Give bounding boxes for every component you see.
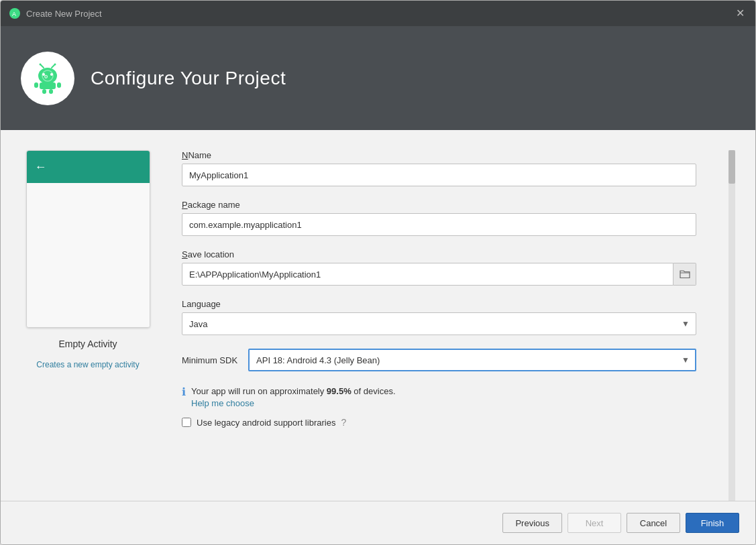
android-studio-logo-icon: ⚙ bbox=[30, 61, 65, 96]
back-arrow-icon: ← bbox=[35, 160, 47, 174]
svg-rect-11 bbox=[57, 82, 61, 88]
package-name-label: Package name bbox=[182, 200, 696, 210]
activity-description: Creates a new empty activity bbox=[36, 360, 139, 369]
svg-text:A: A bbox=[12, 11, 16, 17]
phone-body bbox=[27, 183, 150, 327]
help-me-choose-link[interactable]: Help me choose bbox=[191, 398, 254, 408]
svg-point-8 bbox=[54, 63, 56, 65]
svg-line-5 bbox=[41, 65, 44, 68]
scrollbar-area bbox=[728, 150, 735, 501]
language-select[interactable]: Java Kotlin bbox=[182, 312, 696, 335]
min-sdk-label: Minimum SDK bbox=[182, 355, 237, 365]
name-label: NName bbox=[182, 150, 696, 160]
legacy-checkbox[interactable] bbox=[182, 418, 191, 427]
package-name-input[interactable] bbox=[182, 213, 696, 236]
create-project-dialog: A Create New Project ✕ bbox=[0, 0, 756, 545]
next-button[interactable]: Next bbox=[568, 513, 621, 533]
name-group: NName bbox=[182, 150, 696, 186]
browse-folder-button[interactable] bbox=[673, 263, 696, 286]
main-content: ← Empty Activity Creates a new empty act… bbox=[1, 130, 755, 501]
phone-preview: ← bbox=[26, 150, 150, 328]
svg-point-6 bbox=[40, 63, 42, 65]
svg-line-7 bbox=[52, 65, 54, 68]
min-sdk-row: Minimum SDK API 16: Android 4.1 (Jelly B… bbox=[182, 349, 696, 371]
folder-icon bbox=[680, 269, 690, 279]
svg-rect-12 bbox=[42, 89, 46, 94]
svg-rect-13 bbox=[49, 89, 53, 94]
title-bar: A Create New Project ✕ bbox=[1, 1, 755, 26]
svg-rect-10 bbox=[34, 82, 38, 88]
footer: Previous Next Cancel Finish bbox=[1, 501, 755, 544]
svg-text:⚙: ⚙ bbox=[44, 73, 48, 80]
legacy-checkbox-row: Use legacy android support libraries ? bbox=[182, 417, 696, 428]
legacy-help-icon[interactable]: ? bbox=[341, 417, 346, 428]
info-box: ℹ Your app will run on approximately 99.… bbox=[182, 385, 696, 409]
save-location-group: Save location bbox=[182, 249, 696, 286]
save-location-input[interactable] bbox=[182, 263, 673, 286]
language-group: Language Java Kotlin ▼ bbox=[182, 299, 696, 335]
title-bar-left: A Create New Project bbox=[9, 7, 102, 19]
info-content: Your app will run on approximately 99.5%… bbox=[191, 385, 396, 409]
min-sdk-select[interactable]: API 16: Android 4.1 (Jelly Bean) API 17:… bbox=[248, 349, 696, 371]
dialog-title: Create New Project bbox=[26, 9, 102, 19]
save-location-label: Save location bbox=[182, 249, 696, 259]
save-location-input-wrapper bbox=[182, 263, 696, 286]
scrollbar-track[interactable] bbox=[728, 150, 735, 501]
finish-button[interactable]: Finish bbox=[686, 513, 739, 533]
android-studio-titlebar-icon: A bbox=[9, 7, 21, 19]
activity-name-label: Empty Activity bbox=[58, 339, 117, 349]
language-label: Language bbox=[182, 299, 696, 309]
close-button[interactable]: ✕ bbox=[733, 7, 747, 20]
scrollbar-thumb[interactable] bbox=[728, 150, 735, 184]
info-text: Your app will run on approximately 99.5%… bbox=[191, 386, 396, 396]
package-name-group: Package name bbox=[182, 200, 696, 236]
form-panel: NName Package name Save location bbox=[182, 150, 702, 501]
cancel-button[interactable]: Cancel bbox=[627, 513, 680, 533]
phone-top-bar: ← bbox=[27, 151, 150, 183]
language-select-wrapper: Java Kotlin ▼ bbox=[182, 312, 696, 335]
legacy-label: Use legacy android support libraries bbox=[197, 418, 335, 428]
name-input[interactable] bbox=[182, 164, 696, 186]
info-icon: ℹ bbox=[182, 385, 186, 398]
svg-rect-9 bbox=[40, 82, 56, 89]
left-panel: ← Empty Activity Creates a new empty act… bbox=[21, 150, 155, 501]
previous-button[interactable]: Previous bbox=[502, 513, 562, 533]
header-banner: ⚙ Configure Your Project bbox=[1, 26, 755, 130]
header-title: Configure Your Project bbox=[91, 68, 286, 89]
min-sdk-select-wrapper: API 16: Android 4.1 (Jelly Bean) API 17:… bbox=[248, 349, 696, 371]
android-logo: ⚙ bbox=[21, 52, 74, 105]
